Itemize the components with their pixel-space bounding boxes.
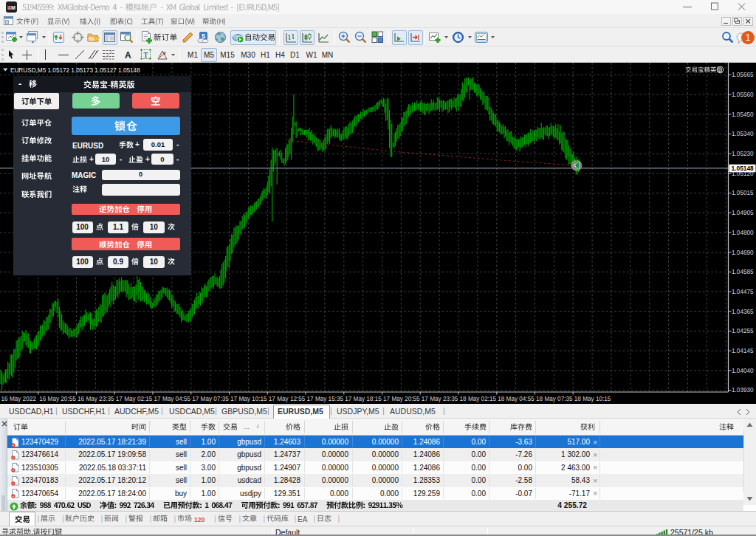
svg-text:16 May 20:55: 16 May 20:55 (39, 396, 76, 402)
svg-text:EURUSD,M5 1.05172 1.05173 1.0: EURUSD,M5 1.05172 1.05173 1.05127 1.0514… (10, 67, 140, 74)
svg-text:1.05340: 1.05340 (732, 131, 754, 137)
svg-text:1.04690: 1.04690 (732, 250, 754, 256)
svg-text:18 May 10:15: 18 May 10:15 (574, 396, 611, 402)
svg-text:1.05230: 1.05230 (732, 151, 754, 157)
svg-text:1.04585: 1.04585 (732, 269, 754, 275)
svg-text:17 May 23:35: 17 May 23:35 (422, 396, 458, 402)
svg-text:17 May 18:15: 17 May 18:15 (345, 396, 382, 402)
svg-text:T: T (143, 51, 148, 59)
svg-text:17 May 10:15: 17 May 10:15 (230, 396, 267, 402)
svg-text:17 May 15:35: 17 May 15:35 (307, 396, 344, 402)
svg-text:1.04800: 1.04800 (732, 230, 754, 236)
svg-text:1.05560: 1.05560 (732, 92, 754, 98)
svg-text:1.05148: 1.05148 (732, 165, 755, 172)
svg-text:1.05015: 1.05015 (732, 190, 754, 196)
svg-text:1.05665: 1.05665 (732, 72, 754, 78)
svg-text:1.05450: 1.05450 (732, 111, 754, 118)
svg-text:1.04365: 1.04365 (732, 309, 754, 315)
svg-text:16 May 2022: 16 May 2022 (1, 396, 37, 402)
svg-text:1.03930: 1.03930 (732, 387, 754, 394)
svg-text:17 May 07:35: 17 May 07:35 (192, 396, 229, 402)
svg-text:1.04475: 1.04475 (732, 289, 754, 295)
svg-text:17 May 20:55: 17 May 20:55 (383, 396, 420, 402)
svg-text:17 May 12:55: 17 May 12:55 (269, 396, 306, 402)
svg-text:1.04905: 1.04905 (732, 210, 754, 216)
svg-text:18 May 02:15: 18 May 02:15 (460, 396, 497, 402)
svg-text:18 May 07:35: 18 May 07:35 (536, 396, 573, 402)
svg-text:16 May 23:35: 16 May 23:35 (78, 396, 114, 402)
svg-text:17 May 04:55: 17 May 04:55 (154, 396, 191, 402)
svg-text:1.04255: 1.04255 (732, 328, 754, 334)
svg-text:17 May 02:15: 17 May 02:15 (116, 396, 153, 402)
svg-text:1.04040: 1.04040 (732, 368, 754, 374)
svg-text:1: 1 (746, 32, 751, 43)
svg-text:1.04145: 1.04145 (732, 348, 754, 354)
svg-text:18 May 04:55: 18 May 04:55 (498, 396, 535, 402)
